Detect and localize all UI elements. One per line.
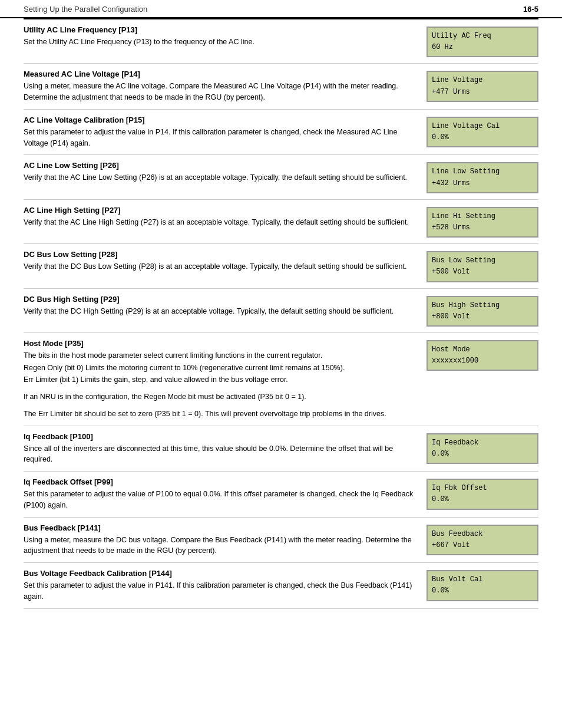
param-title-p15: AC Line Voltage Calibration [P15]	[24, 116, 415, 124]
param-desc-p28: Verify that the DC Bus Low Setting (P28)…	[24, 261, 415, 272]
header-page: 16-5	[523, 5, 538, 14]
param-text-p26: AC Line Low Setting [P26]Verify that the…	[24, 161, 427, 183]
param-desc-p15: Set this parameter to adjust the value i…	[24, 127, 415, 149]
param-row-p13: Utility AC Line Frequency [P13]Set the U…	[24, 18, 538, 64]
param-text-p14: Measured AC Line Voltage [P14]Using a me…	[24, 70, 427, 103]
param-text-p100: Iq Feedback [P100]Since all of the inver…	[24, 432, 427, 466]
page-header: Setting Up the Parallel Configuration 16…	[0, 0, 562, 18]
param-title-p27: AC Line High Setting [P27]	[24, 206, 415, 215]
param-title-p28: DC Bus Low Setting [P28]	[24, 250, 415, 259]
param-row-p28: DC Bus Low Setting [P28]Verify that the …	[24, 244, 538, 288]
page-container: Setting Up the Parallel Configuration 16…	[0, 0, 562, 728]
lcd-p15: Line Voltage Cal 0.0%	[427, 117, 538, 147]
param-row-p141: Bus Feedback [P141]Using a meter, measur…	[24, 518, 538, 564]
param-text-p144: Bus Voltage Feedback Calibration [P144]S…	[24, 569, 427, 602]
param-title-p35: Host Mode [P35]	[24, 339, 415, 348]
param-row-p14: Measured AC Line Voltage [P14]Using a me…	[24, 64, 538, 110]
lcd-p13: Utilty AC Freq 60 Hz	[427, 27, 538, 57]
lcd-p29: Bus High Setting +800 Volt	[427, 296, 538, 327]
param-extra-p35-5: The Err Limiter bit should be set to zer…	[24, 409, 415, 420]
param-text-p28: DC Bus Low Setting [P28]Verify that the …	[24, 250, 427, 272]
param-desc-p141: Using a meter, measure the DC bus voltag…	[24, 535, 415, 557]
lcd-p14: Line Voltage +477 Urms	[427, 71, 538, 101]
lcd-p27: Line Hi Setting +528 Urms	[427, 207, 538, 238]
lcd-p28: Bus Low Setting +500 Volt	[427, 251, 538, 282]
param-title-p99: Iq Feedback Offset [P99]	[24, 477, 415, 486]
param-text-p99: Iq Feedback Offset [P99]Set this paramet…	[24, 477, 427, 511]
param-desc-p99: Set this parameter to adjust the value o…	[24, 489, 415, 511]
param-desc-p27: Verify that the AC Line High Setting (P2…	[24, 217, 415, 228]
param-row-p15: AC Line Voltage Calibration [P15]Set thi…	[24, 110, 538, 156]
param-extra-p35-3: If an NRU is in the configuration, the R…	[24, 391, 415, 403]
content-area: Utility AC Line Frequency [P13]Set the U…	[0, 18, 562, 627]
param-title-p26: AC Line Low Setting [P26]	[24, 161, 415, 170]
param-text-p141: Bus Feedback [P141]Using a meter, measur…	[24, 523, 427, 557]
param-row-p35: Host Mode [P35]The bits in the host mode…	[24, 333, 538, 426]
param-text-p29: DC Bus High Setting [P29]Verify that the…	[24, 295, 427, 317]
param-desc-p26: Verify that the AC Line Low Setting (P26…	[24, 172, 415, 183]
param-desc-p100: Since all of the inverters are disconnec…	[24, 443, 415, 466]
param-desc-p14: Using a meter, measure the AC line volta…	[24, 81, 415, 103]
param-text-p15: AC Line Voltage Calibration [P15]Set thi…	[24, 116, 427, 149]
param-title-p13: Utility AC Line Frequency [P13]	[24, 25, 415, 34]
param-extra-p35-1: Err Limiter (bit 1) Limits the gain, ste…	[24, 374, 415, 386]
param-text-p13: Utility AC Line Frequency [P13]Set the U…	[24, 25, 427, 48]
param-extra-p35-0: Regen Only (bit 0) Limits the motoring c…	[24, 363, 415, 374]
param-desc-p144: Set this parameter to adjust the value i…	[24, 580, 415, 602]
param-extra-p35-2	[24, 386, 415, 390]
lcd-p99: Iq Fbk Offset 0.0%	[427, 479, 538, 509]
param-row-p27: AC Line High Setting [P27]Verify that th…	[24, 200, 538, 244]
param-title-p29: DC Bus High Setting [P29]	[24, 295, 415, 304]
param-desc-p29: Verify that the DC High Setting (P29) is…	[24, 306, 415, 317]
param-text-p35: Host Mode [P35]The bits in the host mode…	[24, 339, 427, 420]
lcd-p35: Host Mode xxxxxxx1000	[427, 340, 538, 371]
param-desc-p35: The bits in the host mode parameter sele…	[24, 350, 415, 361]
param-title-p14: Measured AC Line Voltage [P14]	[24, 70, 415, 78]
param-title-p100: Iq Feedback [P100]	[24, 432, 415, 441]
param-text-p27: AC Line High Setting [P27]Verify that th…	[24, 206, 427, 228]
param-row-p144: Bus Voltage Feedback Calibration [P144]S…	[24, 563, 538, 609]
param-row-p99: Iq Feedback Offset [P99]Set this paramet…	[24, 472, 538, 518]
param-extra-p35-4	[24, 403, 415, 407]
param-title-p141: Bus Feedback [P141]	[24, 523, 415, 532]
param-row-p100: Iq Feedback [P100]Since all of the inver…	[24, 426, 538, 472]
lcd-p100: Iq Feedback 0.0%	[427, 433, 538, 464]
param-desc-p13: Set the Utility AC Line Frequency (P13) …	[24, 37, 415, 48]
lcd-p26: Line Low Setting +432 Urms	[427, 162, 538, 193]
param-row-p29: DC Bus High Setting [P29]Verify that the…	[24, 289, 538, 333]
header-title: Setting Up the Parallel Configuration	[24, 5, 147, 14]
param-title-p144: Bus Voltage Feedback Calibration [P144]	[24, 569, 415, 578]
lcd-p141: Bus Feedback +667 Volt	[427, 525, 538, 555]
lcd-p144: Bus Volt Cal 0.0%	[427, 570, 538, 601]
param-row-p26: AC Line Low Setting [P26]Verify that the…	[24, 155, 538, 199]
